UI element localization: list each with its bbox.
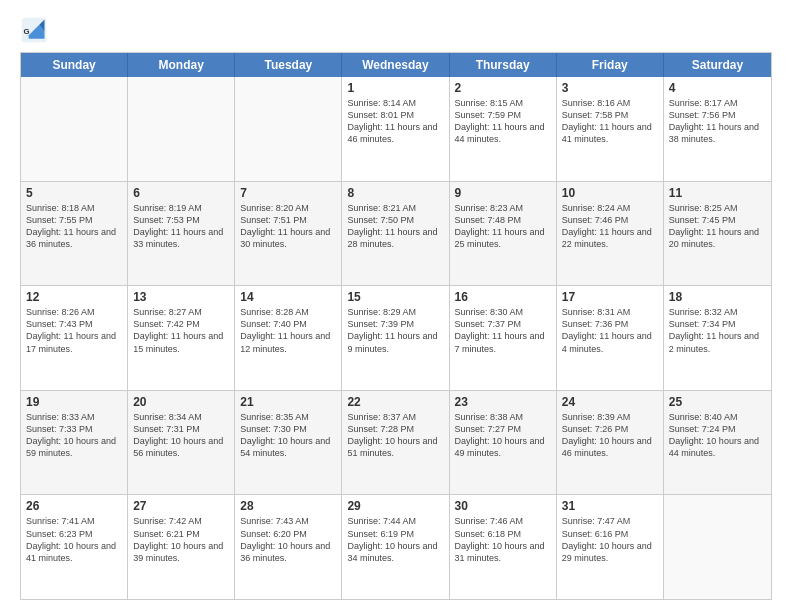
day-info: Sunrise: 8:20 AM Sunset: 7:51 PM Dayligh… (240, 202, 336, 251)
calendar-cell-0-5: 3Sunrise: 8:16 AM Sunset: 7:58 PM Daylig… (557, 77, 664, 181)
calendar-cell-0-0 (21, 77, 128, 181)
day-info: Sunrise: 8:14 AM Sunset: 8:01 PM Dayligh… (347, 97, 443, 146)
calendar-cell-1-3: 8Sunrise: 8:21 AM Sunset: 7:50 PM Daylig… (342, 182, 449, 286)
calendar-cell-1-4: 9Sunrise: 8:23 AM Sunset: 7:48 PM Daylig… (450, 182, 557, 286)
day-info: Sunrise: 8:15 AM Sunset: 7:59 PM Dayligh… (455, 97, 551, 146)
weekday-header-friday: Friday (557, 53, 664, 77)
day-info: Sunrise: 7:44 AM Sunset: 6:19 PM Dayligh… (347, 515, 443, 564)
day-info: Sunrise: 8:35 AM Sunset: 7:30 PM Dayligh… (240, 411, 336, 460)
day-number: 16 (455, 290, 551, 304)
calendar-cell-0-1 (128, 77, 235, 181)
day-info: Sunrise: 7:46 AM Sunset: 6:18 PM Dayligh… (455, 515, 551, 564)
day-number: 3 (562, 81, 658, 95)
day-info: Sunrise: 8:16 AM Sunset: 7:58 PM Dayligh… (562, 97, 658, 146)
calendar-cell-2-5: 17Sunrise: 8:31 AM Sunset: 7:36 PM Dayli… (557, 286, 664, 390)
calendar-cell-4-0: 26Sunrise: 7:41 AM Sunset: 6:23 PM Dayli… (21, 495, 128, 599)
calendar-cell-0-2 (235, 77, 342, 181)
calendar-cell-2-3: 15Sunrise: 8:29 AM Sunset: 7:39 PM Dayli… (342, 286, 449, 390)
calendar-cell-2-4: 16Sunrise: 8:30 AM Sunset: 7:37 PM Dayli… (450, 286, 557, 390)
day-number: 12 (26, 290, 122, 304)
day-info: Sunrise: 8:27 AM Sunset: 7:42 PM Dayligh… (133, 306, 229, 355)
calendar-cell-3-0: 19Sunrise: 8:33 AM Sunset: 7:33 PM Dayli… (21, 391, 128, 495)
day-number: 15 (347, 290, 443, 304)
day-number: 30 (455, 499, 551, 513)
day-info: Sunrise: 7:47 AM Sunset: 6:16 PM Dayligh… (562, 515, 658, 564)
day-info: Sunrise: 8:32 AM Sunset: 7:34 PM Dayligh… (669, 306, 766, 355)
day-number: 27 (133, 499, 229, 513)
weekday-header-tuesday: Tuesday (235, 53, 342, 77)
calendar-cell-3-2: 21Sunrise: 8:35 AM Sunset: 7:30 PM Dayli… (235, 391, 342, 495)
day-number: 20 (133, 395, 229, 409)
calendar: SundayMondayTuesdayWednesdayThursdayFrid… (20, 52, 772, 600)
header: G (20, 16, 772, 44)
day-number: 14 (240, 290, 336, 304)
calendar-cell-0-6: 4Sunrise: 8:17 AM Sunset: 7:56 PM Daylig… (664, 77, 771, 181)
calendar-header-row: SundayMondayTuesdayWednesdayThursdayFrid… (21, 53, 771, 77)
day-info: Sunrise: 8:37 AM Sunset: 7:28 PM Dayligh… (347, 411, 443, 460)
day-number: 26 (26, 499, 122, 513)
day-info: Sunrise: 8:18 AM Sunset: 7:55 PM Dayligh… (26, 202, 122, 251)
calendar-cell-3-6: 25Sunrise: 8:40 AM Sunset: 7:24 PM Dayli… (664, 391, 771, 495)
calendar-cell-3-1: 20Sunrise: 8:34 AM Sunset: 7:31 PM Dayli… (128, 391, 235, 495)
day-info: Sunrise: 8:40 AM Sunset: 7:24 PM Dayligh… (669, 411, 766, 460)
calendar-cell-2-6: 18Sunrise: 8:32 AM Sunset: 7:34 PM Dayli… (664, 286, 771, 390)
day-info: Sunrise: 8:26 AM Sunset: 7:43 PM Dayligh… (26, 306, 122, 355)
day-info: Sunrise: 8:17 AM Sunset: 7:56 PM Dayligh… (669, 97, 766, 146)
day-number: 29 (347, 499, 443, 513)
calendar-cell-4-3: 29Sunrise: 7:44 AM Sunset: 6:19 PM Dayli… (342, 495, 449, 599)
svg-text:G: G (24, 27, 30, 36)
calendar-row-3: 19Sunrise: 8:33 AM Sunset: 7:33 PM Dayli… (21, 390, 771, 495)
day-number: 18 (669, 290, 766, 304)
day-info: Sunrise: 8:19 AM Sunset: 7:53 PM Dayligh… (133, 202, 229, 251)
day-info: Sunrise: 7:43 AM Sunset: 6:20 PM Dayligh… (240, 515, 336, 564)
day-number: 23 (455, 395, 551, 409)
day-number: 1 (347, 81, 443, 95)
day-number: 4 (669, 81, 766, 95)
calendar-cell-4-2: 28Sunrise: 7:43 AM Sunset: 6:20 PM Dayli… (235, 495, 342, 599)
calendar-row-1: 5Sunrise: 8:18 AM Sunset: 7:55 PM Daylig… (21, 181, 771, 286)
calendar-cell-1-2: 7Sunrise: 8:20 AM Sunset: 7:51 PM Daylig… (235, 182, 342, 286)
calendar-row-0: 1Sunrise: 8:14 AM Sunset: 8:01 PM Daylig… (21, 77, 771, 181)
day-number: 5 (26, 186, 122, 200)
day-info: Sunrise: 8:21 AM Sunset: 7:50 PM Dayligh… (347, 202, 443, 251)
day-number: 13 (133, 290, 229, 304)
day-number: 19 (26, 395, 122, 409)
day-info: Sunrise: 8:39 AM Sunset: 7:26 PM Dayligh… (562, 411, 658, 460)
day-number: 25 (669, 395, 766, 409)
calendar-cell-3-5: 24Sunrise: 8:39 AM Sunset: 7:26 PM Dayli… (557, 391, 664, 495)
calendar-cell-1-6: 11Sunrise: 8:25 AM Sunset: 7:45 PM Dayli… (664, 182, 771, 286)
day-number: 9 (455, 186, 551, 200)
day-info: Sunrise: 8:31 AM Sunset: 7:36 PM Dayligh… (562, 306, 658, 355)
weekday-header-saturday: Saturday (664, 53, 771, 77)
day-info: Sunrise: 8:24 AM Sunset: 7:46 PM Dayligh… (562, 202, 658, 251)
day-info: Sunrise: 8:29 AM Sunset: 7:39 PM Dayligh… (347, 306, 443, 355)
day-number: 24 (562, 395, 658, 409)
weekday-header-thursday: Thursday (450, 53, 557, 77)
calendar-cell-1-0: 5Sunrise: 8:18 AM Sunset: 7:55 PM Daylig… (21, 182, 128, 286)
weekday-header-sunday: Sunday (21, 53, 128, 77)
day-number: 10 (562, 186, 658, 200)
calendar-cell-0-3: 1Sunrise: 8:14 AM Sunset: 8:01 PM Daylig… (342, 77, 449, 181)
weekday-header-monday: Monday (128, 53, 235, 77)
calendar-cell-2-2: 14Sunrise: 8:28 AM Sunset: 7:40 PM Dayli… (235, 286, 342, 390)
logo: G (20, 16, 52, 44)
day-number: 28 (240, 499, 336, 513)
calendar-cell-1-1: 6Sunrise: 8:19 AM Sunset: 7:53 PM Daylig… (128, 182, 235, 286)
day-info: Sunrise: 7:41 AM Sunset: 6:23 PM Dayligh… (26, 515, 122, 564)
calendar-cell-3-3: 22Sunrise: 8:37 AM Sunset: 7:28 PM Dayli… (342, 391, 449, 495)
day-info: Sunrise: 8:23 AM Sunset: 7:48 PM Dayligh… (455, 202, 551, 251)
calendar-row-2: 12Sunrise: 8:26 AM Sunset: 7:43 PM Dayli… (21, 285, 771, 390)
calendar-cell-4-1: 27Sunrise: 7:42 AM Sunset: 6:21 PM Dayli… (128, 495, 235, 599)
day-number: 11 (669, 186, 766, 200)
calendar-cell-3-4: 23Sunrise: 8:38 AM Sunset: 7:27 PM Dayli… (450, 391, 557, 495)
day-number: 6 (133, 186, 229, 200)
day-info: Sunrise: 8:33 AM Sunset: 7:33 PM Dayligh… (26, 411, 122, 460)
day-number: 2 (455, 81, 551, 95)
day-info: Sunrise: 7:42 AM Sunset: 6:21 PM Dayligh… (133, 515, 229, 564)
day-number: 21 (240, 395, 336, 409)
day-number: 31 (562, 499, 658, 513)
day-info: Sunrise: 8:28 AM Sunset: 7:40 PM Dayligh… (240, 306, 336, 355)
calendar-cell-4-4: 30Sunrise: 7:46 AM Sunset: 6:18 PM Dayli… (450, 495, 557, 599)
day-info: Sunrise: 8:38 AM Sunset: 7:27 PM Dayligh… (455, 411, 551, 460)
day-number: 7 (240, 186, 336, 200)
